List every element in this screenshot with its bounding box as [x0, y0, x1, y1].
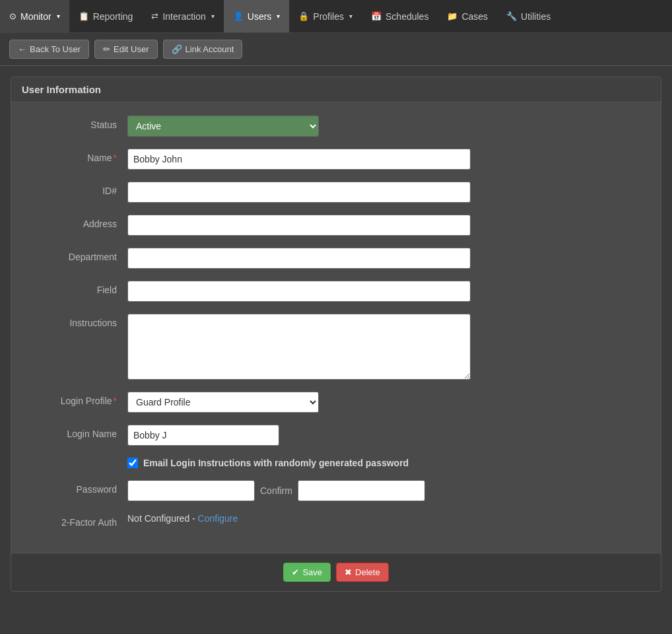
monitor-icon: ⊙ [9, 11, 17, 21]
monitor-caret: ▾ [57, 13, 60, 20]
login-name-label: Login Name [22, 425, 127, 439]
name-label: Name* [22, 149, 127, 163]
password-row: Confirm [127, 480, 425, 501]
toolbar: ← Back To User ✏ Edit User 🔗 Link Accoun… [0, 33, 672, 66]
address-label: Address [22, 215, 127, 229]
nav-cases[interactable]: 📁 Cases [438, 0, 497, 32]
main-content: User Information Status Active Inactive … [0, 66, 672, 602]
password-label: Password [22, 480, 127, 495]
nav-interaction[interactable]: ⇄ Interaction ▾ [142, 0, 223, 32]
edit-user-button[interactable]: ✏ Edit User [94, 40, 157, 59]
save-icon: ✔ [292, 567, 299, 577]
email-checkbox-label[interactable]: Email Login Instructions with randomly g… [143, 458, 409, 468]
login-profile-select[interactable]: Guard Profile [127, 392, 319, 413]
id-group: ID# [22, 182, 650, 203]
two-factor-text: Not Configured - [127, 513, 198, 524]
two-factor-label: 2-Factor Auth [22, 513, 127, 528]
address-group: Address [22, 215, 650, 236]
edit-icon: ✏ [103, 44, 110, 54]
address-input[interactable] [127, 215, 471, 236]
name-input[interactable] [127, 149, 471, 170]
back-to-user-button[interactable]: ← Back To User [9, 40, 89, 59]
two-factor-group: 2-Factor Auth Not Configured - Configure [22, 513, 650, 528]
link-icon: 🔗 [172, 44, 182, 54]
status-select[interactable]: Active Inactive [127, 116, 319, 137]
nav-utilities[interactable]: 🔧 Utilities [497, 0, 560, 32]
field-input[interactable] [127, 281, 471, 302]
back-icon: ← [18, 44, 26, 54]
field-label: Field [22, 281, 127, 295]
panel-title: User Information [11, 77, 661, 102]
nav-monitor[interactable]: ⊙ Monitor ▾ [0, 0, 69, 32]
login-profile-label: Login Profile* [22, 392, 127, 406]
panel-footer: ✔ Save ✖ Delete [11, 553, 661, 591]
cases-icon: 📁 [447, 11, 457, 21]
panel-body: Status Active Inactive Name* ID# A [11, 102, 661, 553]
delete-icon: ✖ [345, 567, 352, 577]
instructions-label: Instructions [22, 314, 127, 328]
utilities-icon: 🔧 [506, 11, 517, 21]
navbar: ⊙ Monitor ▾ 📋 Reporting ⇄ Interaction ▾ … [0, 0, 672, 33]
users-icon: 👤 [233, 11, 244, 21]
password-input[interactable] [127, 480, 255, 501]
interaction-caret: ▾ [211, 13, 215, 20]
department-input[interactable] [127, 248, 471, 269]
status-label: Status [22, 116, 127, 130]
link-account-button[interactable]: 🔗 Link Account [163, 40, 243, 59]
login-name-group: Login Name [22, 425, 650, 446]
schedules-icon: 📅 [371, 11, 382, 21]
id-label: ID# [22, 182, 127, 196]
interaction-icon: ⇄ [151, 11, 158, 21]
users-caret: ▾ [277, 13, 280, 20]
nav-profiles[interactable]: 🔒 Profiles ▾ [289, 0, 362, 32]
department-label: Department [22, 248, 127, 262]
id-input[interactable] [127, 182, 471, 203]
instructions-textarea[interactable] [127, 314, 471, 380]
user-info-panel: User Information Status Active Inactive … [11, 77, 661, 592]
instructions-group: Instructions [22, 314, 650, 380]
field-group: Field [22, 281, 650, 302]
configure-link[interactable]: Configure [198, 513, 238, 524]
login-profile-group: Login Profile* Guard Profile [22, 392, 650, 413]
confirm-input[interactable] [298, 480, 425, 501]
department-group: Department [22, 248, 650, 269]
profiles-icon: 🔒 [298, 11, 309, 21]
delete-button[interactable]: ✖ Delete [336, 563, 389, 582]
email-checkbox[interactable] [127, 458, 138, 468]
nav-schedules[interactable]: 📅 Schedules [362, 0, 438, 32]
status-group: Status Active Inactive [22, 116, 650, 137]
nav-reporting[interactable]: 📋 Reporting [69, 0, 143, 32]
login-name-input[interactable] [127, 425, 279, 446]
email-checkbox-group: Email Login Instructions with randomly g… [22, 458, 650, 468]
two-factor-value: Not Configured - Configure [127, 513, 238, 524]
confirm-label: Confirm [260, 485, 292, 496]
name-group: Name* [22, 149, 650, 170]
profiles-caret: ▾ [349, 13, 353, 20]
reporting-icon: 📋 [79, 11, 89, 21]
save-button[interactable]: ✔ Save [283, 563, 331, 582]
password-group: Password Confirm [22, 480, 650, 501]
nav-users[interactable]: 👤 Users ▾ [224, 0, 290, 32]
